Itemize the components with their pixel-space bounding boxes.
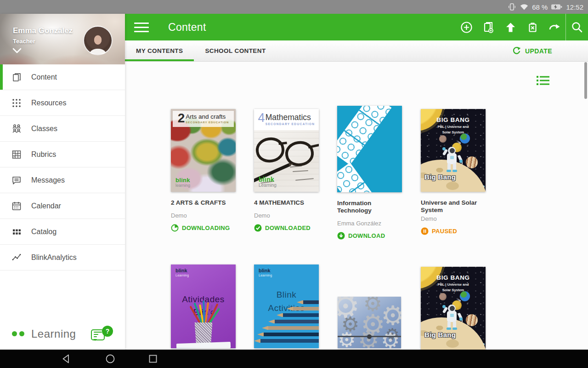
sidebar: Emma González Teacher Content (0, 14, 125, 350)
book-cover-blink-activities[interactable]: blink Learning Blink Activities (254, 264, 319, 348)
list-view-icon[interactable] (537, 75, 549, 86)
sidebar-footer: Learning ? (0, 326, 125, 342)
sidebar-item-messages[interactable]: Messages (0, 167, 125, 193)
resources-icon (11, 98, 22, 109)
help-chat-button[interactable]: ? (91, 326, 113, 342)
book-author: Demo (171, 212, 236, 219)
download-status[interactable]: DOWNLOADING (171, 224, 236, 232)
trash-icon (526, 21, 539, 34)
sidebar-item-rubrics[interactable]: Rubrics (0, 142, 125, 167)
tab-my-contents[interactable]: MY CONTENTS (125, 40, 194, 61)
sidebar-menu: Content Resources (0, 64, 125, 270)
sidebar-item-label: Content (31, 73, 57, 81)
pencils-art (187, 300, 220, 325)
analytics-icon (11, 252, 22, 263)
upload-button[interactable] (499, 14, 521, 40)
sidebar-item-classes[interactable]: Classes (0, 116, 125, 142)
battery-icon (551, 3, 563, 11)
download-status[interactable]: DOWNLOAD (337, 232, 402, 240)
books-stack-art (176, 343, 231, 348)
book-cover-arts-crafts[interactable]: 2 Arts and crafts SECONDARY EDUCATION bl… (171, 109, 236, 192)
wifi-icon (520, 3, 529, 11)
android-nav-bar (0, 350, 588, 368)
book-title[interactable]: Universe and Solar System (421, 199, 490, 214)
profile-header[interactable]: Emma González Teacher (0, 14, 125, 64)
book-author: Demo (254, 212, 319, 219)
blink-logo: blink learning (175, 177, 190, 188)
downloading-icon (171, 224, 179, 232)
clock: 12:52 (566, 3, 583, 11)
sidebar-item-resources[interactable]: Resources (0, 90, 125, 116)
book-card: ⚙ ⚙ ⚙ ⚙ ⚙ ⚙ ⚙ ⚙ ⚙ (338, 297, 402, 348)
blink-learning-logo: Learning (12, 328, 76, 340)
battery-percent: 68 % (532, 3, 548, 11)
update-button[interactable]: UPDATE (512, 40, 552, 61)
book-cover-atividades-blink[interactable]: blink Learning Atividades Blink (171, 264, 236, 348)
cover-edition: SECONDARY EDUCATION (266, 122, 315, 126)
sidebar-item-blinkanalytics[interactable]: BlinkAnalytics (0, 245, 125, 270)
book-author: Demo (421, 215, 486, 222)
app-screen: 68 % 12:52 Emma González Teacher Content (0, 0, 588, 368)
cover-edition: SECONDARY EDUCATION (186, 121, 229, 125)
search-button[interactable] (566, 14, 588, 40)
sidebar-item-label: Classes (31, 125, 57, 133)
blink-logo: blink Learning (259, 268, 272, 277)
book-card: blink Learning Atividades Blink (171, 264, 236, 348)
upload-arrow-icon (504, 21, 517, 34)
cover-number: 4 (258, 112, 265, 126)
rubrics-icon (11, 149, 22, 160)
book-cover-mathematics[interactable]: 4 Mathematics SECONDARY EDUCATION (254, 109, 319, 192)
sidebar-item-label: Calendar (31, 202, 61, 210)
download-status[interactable]: PAUSED (421, 227, 486, 235)
delete-button[interactable] (521, 14, 543, 40)
cover-name: Mathematics SECONDARY EDUCATION (266, 112, 315, 126)
scrollbar[interactable] (584, 62, 587, 99)
calendar-icon (11, 201, 22, 212)
add-button[interactable] (455, 14, 477, 40)
question-mark-icon: ? (102, 326, 113, 337)
astronaut-art (445, 147, 460, 173)
book-cover-gears[interactable]: ⚙ ⚙ ⚙ ⚙ ⚙ ⚙ ⚙ ⚙ ⚙ (338, 297, 401, 348)
logo-dots (12, 330, 27, 338)
menu-hamburger-button[interactable] (134, 20, 149, 35)
sidebar-item-label: Resources (31, 99, 66, 107)
plus-circle-icon (460, 21, 473, 34)
back-button[interactable] (61, 353, 72, 364)
messages-icon (11, 175, 22, 186)
user-name: Emma González (13, 26, 73, 35)
downloaded-icon (254, 224, 262, 232)
book-cover-big-bang[interactable]: BIG BANG PBL | Universe and Solar System… (421, 267, 486, 350)
sidebar-item-label: Catalog (31, 228, 57, 236)
avatar[interactable] (83, 26, 113, 55)
search-icon (571, 21, 583, 34)
recents-button[interactable] (147, 353, 158, 364)
home-button[interactable] (105, 353, 116, 364)
share-button[interactable] (543, 14, 565, 40)
add-document-button[interactable] (477, 14, 499, 40)
sidebar-item-label: Messages (31, 176, 65, 184)
android-status-bar: 68 % 12:52 (0, 0, 588, 14)
sidebar-item-calendar[interactable]: Calendar (0, 193, 125, 219)
chevron-down-icon[interactable] (12, 48, 22, 53)
classes-icon (11, 123, 22, 134)
user-role: Teacher (13, 38, 35, 45)
logo-wordmark: Learning (31, 328, 76, 340)
sidebar-item-content[interactable]: Content (0, 64, 125, 90)
book-cover-big-bang[interactable]: BIG BANG PBL | Universe and Solar System… (421, 109, 486, 192)
download-status[interactable]: DOWNLOADED (254, 224, 319, 232)
cover-header: 2 Arts and crafts SECONDARY EDUCATION (173, 111, 234, 127)
book-title[interactable]: 4 MATHEMATICS (254, 199, 323, 207)
book-title[interactable]: 2 ARTS & CRAFTS (171, 199, 240, 207)
app-bar-actions (455, 14, 588, 40)
page-title: Content (168, 21, 206, 34)
sidebar-item-catalog[interactable]: Catalog (0, 219, 125, 245)
book-cover-information-technology[interactable] (337, 106, 402, 192)
forward-arrow-icon (548, 21, 561, 34)
sidebar-item-label: Rubrics (31, 150, 56, 159)
content-grid: 2 Arts and crafts SECONDARY EDUCATION bl… (125, 62, 588, 350)
cover-caption: Big Bang (424, 331, 456, 339)
book-author: Emma González (337, 220, 402, 227)
book-title[interactable]: Information Technology (337, 200, 406, 214)
tab-school-content[interactable]: SCHOOL CONTENT (194, 40, 277, 61)
app-bar: Content (125, 14, 588, 40)
